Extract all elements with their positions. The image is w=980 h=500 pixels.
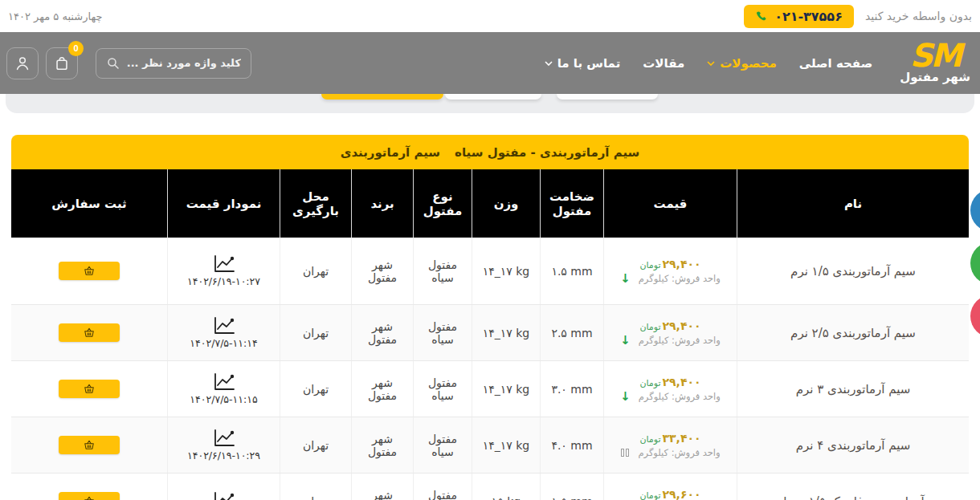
header-tools: 0 xyxy=(6,47,251,79)
nav-item-products[interactable]: محصولات xyxy=(707,56,777,71)
nav-item-articles[interactable]: مقالات xyxy=(643,56,684,71)
cart-button[interactable]: 0 xyxy=(46,47,78,79)
thickness-value: ۱.۵ mm xyxy=(541,238,604,304)
tab-sliver-active[interactable] xyxy=(321,94,443,100)
table-row: سیم آرماتوربندی ۴ نرم ۳۳,۴۰۰ تومان واحد … xyxy=(11,417,969,473)
currency-label: تومان xyxy=(639,490,660,500)
order-button[interactable] xyxy=(59,262,120,280)
shopping-bag-icon xyxy=(53,55,71,72)
search-input[interactable] xyxy=(127,57,241,69)
logo-subtext: شهر مفتول xyxy=(900,70,970,84)
price-value: ۲۹,۴۰۰ xyxy=(663,376,701,388)
price-chart-cell[interactable] xyxy=(168,474,280,500)
account-button[interactable] xyxy=(6,47,39,79)
price-chart-cell[interactable]: ۱۴۰۲/۶/۱۹-۱۰:۲۷ xyxy=(168,238,280,304)
order-button[interactable] xyxy=(59,380,120,398)
price-value: ۲۹,۶۰۰ xyxy=(663,488,701,500)
price-value: ۲۹,۴۰۰ xyxy=(663,258,701,270)
product-name[interactable]: سیم آرماتوربندی ۴ نرم xyxy=(737,417,969,473)
logo-mark: SM xyxy=(910,42,961,69)
tab-sliver[interactable] xyxy=(557,94,658,100)
col-header-brand: برند xyxy=(352,169,414,238)
basket-icon xyxy=(84,384,95,394)
nav-item-contact[interactable]: تماس با ما xyxy=(545,56,621,71)
sale-unit-label: واحد فروش: کیلوگرم xyxy=(639,391,721,402)
social-red-button[interactable] xyxy=(970,295,980,338)
brand-name: شهر مفتول xyxy=(352,361,414,417)
price-chart-cell[interactable]: ۱۴۰۲/۷/۵-۱۱:۱۵ xyxy=(168,361,280,417)
filter-strip xyxy=(6,94,974,113)
nav-item-home[interactable]: صفحه اصلی xyxy=(799,56,872,71)
product-name[interactable]: سیم آرماتوربندی ۱/۵ نرم xyxy=(737,238,969,304)
table-row: سیم آرماتوربندی ۲/۵ نرم ۲۹,۴۰۰ تومان واح… xyxy=(11,304,969,360)
sale-unit-label: واحد فروش: کیلوگرم xyxy=(638,447,720,458)
phone-icon xyxy=(755,10,767,22)
search-box[interactable] xyxy=(96,48,251,79)
line-chart-icon xyxy=(212,491,236,500)
order-cell xyxy=(11,305,168,360)
phone-badge[interactable]: ۰۲۱-۳۷۵۵۶ xyxy=(744,5,854,28)
basket-icon xyxy=(84,327,95,338)
product-name[interactable]: سیم آرماتوربندی ۳ نرم xyxy=(737,361,969,417)
product-name[interactable]: سیم آرماتوربندی ۲/۵ نرم xyxy=(737,305,969,360)
col-header-price: قیمت xyxy=(604,169,737,238)
order-button[interactable] xyxy=(59,492,120,500)
price-down-icon: ↓ xyxy=(620,391,631,403)
brand-name: شهر مفتول xyxy=(352,238,414,304)
social-blue-button[interactable] xyxy=(970,189,980,232)
thickness-value: ۱.۵ mm xyxy=(541,474,604,500)
basket-icon xyxy=(84,266,95,276)
user-icon xyxy=(14,55,31,72)
wire-type: مفتول سیاه xyxy=(414,361,472,417)
currency-label: تومان xyxy=(639,434,660,445)
tab-sliver[interactable] xyxy=(445,94,541,100)
wire-type: مفتول سیاه xyxy=(414,474,472,500)
price-table: نام قیمت ضخامت مفتول وزن نوع مفتول برند … xyxy=(11,169,969,500)
product-name[interactable]: سیم آرماتوربندی فابریک ۱/۵ بسیار نرم xyxy=(737,474,969,500)
weight-value: ۱۴_۱۷ kg xyxy=(472,238,541,304)
col-header-weight: وزن xyxy=(472,169,541,238)
chart-update-date: ۱۴۰۲/۶/۱۹-۱۰:۲۹ xyxy=(187,449,260,461)
weight-value: ۱۴_۱۷ kg xyxy=(472,417,541,473)
thickness-value: ۲.۵ mm xyxy=(541,305,604,360)
sale-unit-label: واحد فروش: کیلوگرم xyxy=(639,335,721,346)
wire-type: مفتول سیاه xyxy=(414,417,472,473)
nav-label: مقالات xyxy=(643,56,684,71)
site-logo[interactable]: SM شهر مفتول xyxy=(900,42,970,84)
chart-update-date: ۱۴۰۲/۷/۵-۱۱:۱۵ xyxy=(190,393,257,405)
social-green-button[interactable] xyxy=(970,242,980,285)
line-chart-icon xyxy=(212,316,236,335)
loading-location: تهران xyxy=(280,361,352,417)
thickness-value: ۳.۰ mm xyxy=(541,361,604,417)
price-cell: ۲۹,۶۰۰ تومان واحد فروش: کیلوگرم ↓ xyxy=(604,474,737,500)
table-row: سیم آرماتوربندی فابریک ۱/۵ بسیار نرم ۲۹,… xyxy=(11,473,969,500)
col-header-name: نام xyxy=(737,169,969,238)
thickness-value: ۴.۰ mm xyxy=(541,417,604,473)
weight-value: ۱۴_۱۷ kg xyxy=(472,361,541,417)
line-chart-icon xyxy=(212,254,236,274)
order-cell xyxy=(11,361,168,417)
chevron-down-icon xyxy=(707,61,715,66)
chart-update-date: ۱۴۰۲/۷/۵-۱۱:۱۴ xyxy=(190,337,257,349)
tagline-text: بدون واسطه خرید کنید xyxy=(865,10,972,22)
brand-name: شهر مفتول xyxy=(352,305,414,360)
col-header-order: ثبت سفارش xyxy=(11,169,168,238)
order-button[interactable] xyxy=(59,323,120,342)
sale-unit-label: واحد فروش: کیلوگرم xyxy=(639,273,721,284)
price-chart-cell[interactable]: ۱۴۰۲/۷/۵-۱۱:۱۴ xyxy=(168,305,280,360)
col-header-chart: نمودار قیمت xyxy=(168,169,280,238)
price-cell: ۲۹,۴۰۰ تومان واحد فروش: کیلوگرم ↓ xyxy=(604,305,737,360)
current-date: چهارشنبه ۵ مهر ۱۴۰۲ xyxy=(8,10,102,22)
table-body: سیم آرماتوربندی ۱/۵ نرم ۲۹,۴۰۰ تومان واح… xyxy=(11,238,969,500)
col-header-location: محل بارگیری xyxy=(280,169,352,238)
title-category: سیم آرماتوربندی - مفتول سیاه xyxy=(455,145,639,160)
currency-label: تومان xyxy=(639,378,660,388)
nav-label: صفحه اصلی xyxy=(799,56,872,71)
line-chart-icon xyxy=(212,429,236,448)
price-cell: ۳۳,۴۰۰ تومان واحد فروش: کیلوگرم xyxy=(604,417,737,473)
main-header: SM شهر مفتول صفحه اصلی محصولات مقالات تم… xyxy=(0,32,980,94)
topbar-contact: بدون واسطه خرید کنید ۰۲۱-۳۷۵۵۶ xyxy=(744,5,972,28)
price-chart-cell[interactable]: ۱۴۰۲/۶/۱۹-۱۰:۲۹ xyxy=(168,417,280,473)
chart-update-date: ۱۴۰۲/۶/۱۹-۱۰:۲۷ xyxy=(187,275,260,287)
order-button[interactable] xyxy=(59,436,120,454)
